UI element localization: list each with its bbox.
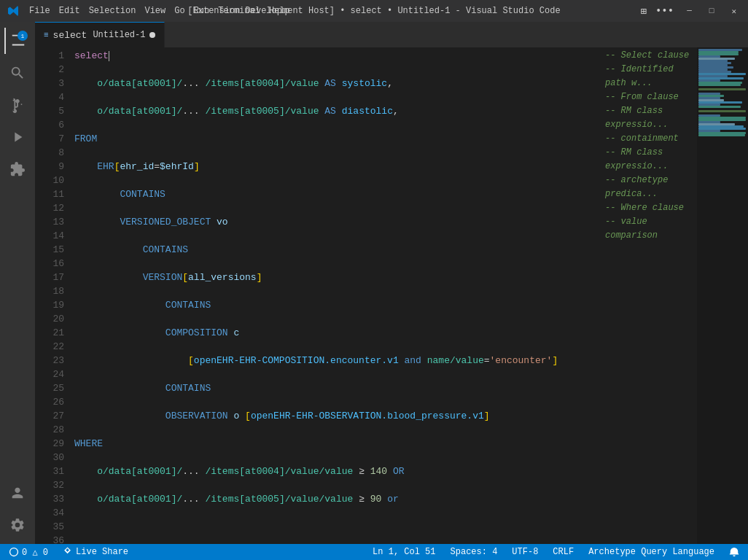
tab-filename: Untitled-1 — [93, 30, 145, 40]
minimap[interactable] — [697, 47, 748, 544]
activity-search[interactable] — [4, 60, 31, 86]
menu-selection[interactable]: Selection — [85, 4, 141, 18]
badge: 1 — [17, 31, 28, 41]
line-numbers: 12345 678910 1112131415 1617181920 21222… — [35, 47, 71, 544]
spaces-label: Spaces: 4 — [451, 547, 498, 557]
live-share-label: Live Share — [76, 547, 128, 557]
notifications-button[interactable] — [726, 547, 742, 557]
minimap-content — [697, 47, 748, 140]
tab-icon: ≡ — [44, 31, 49, 39]
remote-host-status[interactable]: 0 △ 0 — [6, 547, 51, 558]
maximize-button[interactable]: □ — [705, 5, 719, 17]
status-left: 0 △ 0 Live Share — [6, 547, 131, 558]
vscode-logo — [7, 5, 19, 17]
live-share-status[interactable]: Live Share — [60, 547, 131, 557]
tab-bar: ≡ select Untitled-1 — [35, 22, 748, 47]
bell-icon — [729, 547, 739, 557]
code-area[interactable]: select o/data[at0001]/... /items[at0004]… — [71, 47, 602, 544]
menu-file[interactable]: File — [25, 4, 55, 18]
activity-bar: 1 — [0, 22, 35, 544]
main-layout: 1 ≡ select Untitled — [0, 22, 748, 544]
tab-select[interactable]: ≡ select Untitled-1 — [35, 22, 165, 47]
menu-view[interactable]: View — [140, 4, 170, 18]
cursor-position-label: Ln 1, Col 51 — [373, 547, 435, 557]
activity-settings[interactable] — [4, 512, 31, 538]
activity-bar-bottom — [4, 480, 31, 544]
minimize-button[interactable]: ─ — [682, 5, 696, 17]
activity-source-control[interactable] — [4, 92, 31, 118]
encoding-label: UTF-8 — [512, 547, 538, 557]
activity-explorer[interactable]: 1 — [4, 28, 31, 54]
comment-area: -- Select clause -- Identified path w...… — [602, 47, 697, 544]
activity-extensions[interactable] — [4, 156, 31, 182]
encoding-status[interactable]: UTF-8 — [509, 547, 541, 557]
title-bar: File Edit Selection View Go Run Terminal… — [0, 0, 748, 22]
title-bar-title: [Extension Development Host] • select • … — [187, 6, 560, 16]
title-bar-controls: ⊞ ••• ─ □ ✕ — [641, 5, 741, 18]
spaces-status[interactable]: Spaces: 4 — [448, 547, 501, 557]
live-share-icon — [63, 547, 73, 557]
line-ending-label: CRLF — [553, 547, 574, 557]
editor-area: ≡ select Untitled-1 12345 678910 1112131… — [35, 22, 748, 544]
language-label: Archetype Query Language — [588, 547, 714, 557]
status-bar: 0 △ 0 Live Share Ln 1, Col 51 Spaces: 4 … — [0, 544, 748, 560]
tab-label: select — [53, 30, 87, 41]
tab-modified-dot — [149, 32, 155, 38]
editor-content[interactable]: 12345 678910 1112131415 1617181920 21222… — [35, 47, 748, 544]
status-right: Ln 1, Col 51 Spaces: 4 UTF-8 CRLF Archet… — [370, 547, 742, 557]
remote-label: 0 △ 0 — [22, 547, 48, 558]
remote-icon — [9, 547, 19, 557]
activity-account[interactable] — [4, 480, 31, 506]
layout-icon[interactable]: ⊞ — [641, 5, 647, 18]
menu-go[interactable]: Go — [170, 4, 189, 18]
menu-edit[interactable]: Edit — [55, 4, 85, 18]
line-ending-status[interactable]: CRLF — [550, 547, 577, 557]
activity-run-debug[interactable] — [4, 124, 31, 150]
language-status[interactable]: Archetype Query Language — [585, 547, 717, 557]
cursor-position[interactable]: Ln 1, Col 51 — [370, 547, 438, 557]
more-actions-icon[interactable]: ••• — [655, 5, 674, 17]
close-button[interactable]: ✕ — [727, 5, 741, 18]
